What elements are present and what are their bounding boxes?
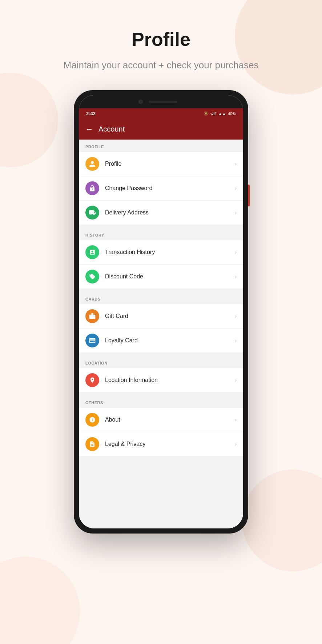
location-information-icon xyxy=(85,373,99,387)
section-header-others: OTHERS xyxy=(79,395,243,408)
page-subtitle: Maintain your account + check your purch… xyxy=(0,59,322,72)
section-header-profile: PROFILE xyxy=(79,140,243,152)
divider-history-cards xyxy=(79,289,243,292)
menu-item-change-password[interactable]: Change Password › xyxy=(79,176,243,201)
section-title-profile: PROFILE xyxy=(85,145,104,149)
section-title-history: HISTORY xyxy=(85,233,104,237)
section-header-location: LOCATION xyxy=(79,356,243,368)
status-icons: 🔕 wifi ▲▲ 40% xyxy=(204,111,236,116)
transaction-history-chevron: › xyxy=(235,249,237,255)
transaction-history-icon xyxy=(85,245,99,259)
wifi-icon: wifi xyxy=(210,112,216,116)
phone-camera xyxy=(138,100,143,104)
gift-card-label: Gift Card xyxy=(105,313,235,319)
change-password-icon xyxy=(85,181,99,195)
gift-card-chevron: › xyxy=(235,313,237,319)
about-chevron: › xyxy=(235,417,237,423)
page-title: Profile xyxy=(0,29,322,50)
phone-notch xyxy=(79,95,243,108)
phone-outer-shell: 2:42 🔕 wifi ▲▲ 40% ← Account PROFILE xyxy=(74,90,248,534)
legal-privacy-chevron: › xyxy=(235,441,237,447)
loyalty-card-label: Loyalty Card xyxy=(105,337,235,344)
page-header: Profile Maintain your account + check yo… xyxy=(0,0,322,72)
screen-content[interactable]: PROFILE Profile › Change Password › xyxy=(79,140,243,528)
menu-item-profile[interactable]: Profile › xyxy=(79,152,243,176)
discount-code-chevron: › xyxy=(235,274,237,279)
signal-icon: ▲▲ xyxy=(218,112,226,116)
phone-side-button xyxy=(248,185,250,206)
menu-item-delivery-address[interactable]: Delivery Address › xyxy=(79,201,243,225)
loyalty-card-icon xyxy=(85,334,99,347)
delivery-address-chevron: › xyxy=(235,210,237,216)
transaction-history-label: Transaction History xyxy=(105,249,235,255)
phone-speaker xyxy=(149,101,178,103)
back-button[interactable]: ← xyxy=(85,125,93,134)
profile-label: Profile xyxy=(105,161,235,167)
location-information-label: Location Information xyxy=(105,377,235,383)
divider-profile-history xyxy=(79,225,243,228)
section-title-location: LOCATION xyxy=(85,361,108,365)
profile-icon xyxy=(85,157,99,171)
phone-mockup: 2:42 🔕 wifi ▲▲ 40% ← Account PROFILE xyxy=(0,90,322,534)
legal-privacy-icon xyxy=(85,437,99,451)
profile-chevron: › xyxy=(235,161,237,167)
section-title-others: OTHERS xyxy=(85,401,103,405)
change-password-chevron: › xyxy=(235,185,237,191)
menu-item-transaction-history[interactable]: Transaction History › xyxy=(79,240,243,265)
about-icon xyxy=(85,413,99,427)
menu-item-about[interactable]: About › xyxy=(79,408,243,432)
status-bar: 2:42 🔕 wifi ▲▲ 40% xyxy=(79,108,243,119)
menu-item-gift-card[interactable]: Gift Card › xyxy=(79,304,243,329)
discount-code-label: Discount Code xyxy=(105,273,235,280)
loyalty-card-chevron: › xyxy=(235,338,237,343)
discount-code-icon xyxy=(85,270,99,283)
menu-item-legal-privacy[interactable]: Legal & Privacy › xyxy=(79,432,243,456)
legal-privacy-label: Legal & Privacy xyxy=(105,441,235,447)
menu-item-loyalty-card[interactable]: Loyalty Card › xyxy=(79,329,243,353)
menu-item-discount-code[interactable]: Discount Code › xyxy=(79,265,243,289)
app-bar-title: Account xyxy=(98,125,125,133)
section-header-history: HISTORY xyxy=(79,228,243,240)
change-password-label: Change Password xyxy=(105,185,235,192)
gift-card-icon xyxy=(85,309,99,323)
location-information-chevron: › xyxy=(235,377,237,383)
about-label: About xyxy=(105,416,235,423)
menu-item-location-information[interactable]: Location Information › xyxy=(79,368,243,393)
mute-icon: 🔕 xyxy=(204,111,209,116)
delivery-address-icon xyxy=(85,206,99,220)
app-bar: ← Account xyxy=(79,119,243,140)
phone-inner-screen: 2:42 🔕 wifi ▲▲ 40% ← Account PROFILE xyxy=(79,95,243,528)
status-time: 2:42 xyxy=(86,111,96,116)
delivery-address-label: Delivery Address xyxy=(105,209,235,216)
section-title-cards: CARDS xyxy=(85,297,101,301)
battery-indicator: 40% xyxy=(228,112,236,116)
section-header-cards: CARDS xyxy=(79,292,243,304)
bg-shape-bottom-left xyxy=(0,557,80,644)
divider-cards-location xyxy=(79,353,243,356)
divider-location-others xyxy=(79,393,243,395)
